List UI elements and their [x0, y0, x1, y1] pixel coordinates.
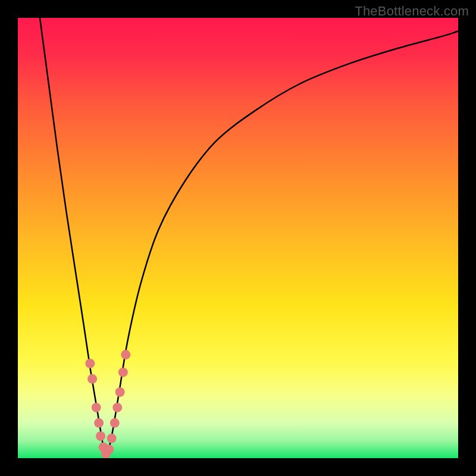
data-dot: [94, 418, 104, 428]
data-dot: [104, 444, 114, 454]
chart-frame: TheBottleneck.com: [0, 0, 476, 476]
data-dot: [96, 431, 105, 441]
data-dot: [87, 374, 97, 384]
data-dot: [115, 387, 125, 397]
data-dot: [112, 403, 122, 412]
data-dot: [107, 434, 117, 443]
gradient-background: [18, 18, 458, 458]
plot-area: [18, 18, 458, 458]
data-dot: [85, 359, 95, 368]
data-dot: [121, 350, 130, 359]
chart-svg: [18, 18, 458, 458]
watermark-text: TheBottleneck.com: [355, 4, 469, 19]
data-dot: [110, 418, 120, 428]
data-dot: [118, 368, 128, 377]
data-dot: [92, 403, 101, 412]
